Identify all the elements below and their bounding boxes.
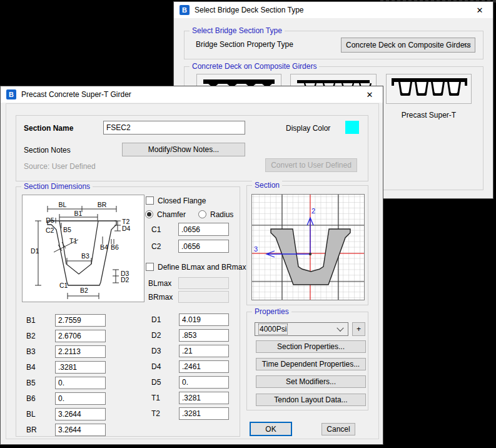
- app-icon: B: [6, 89, 16, 99]
- bridge-section-property-type-select[interactable]: Concrete Deck on Composite Girders: [341, 38, 475, 53]
- svg-text:2: 2: [311, 207, 315, 215]
- c1-label: C1: [151, 225, 161, 234]
- c2-input[interactable]: [178, 240, 229, 253]
- b3-input[interactable]: [55, 345, 106, 358]
- svg-text:B1: B1: [74, 210, 83, 217]
- chamfer-radio[interactable]: Chamfer: [145, 210, 186, 219]
- front-dialog-title: Precast Concrete Super-T Girder: [21, 90, 131, 99]
- group-label: Properties: [252, 307, 291, 317]
- section-properties-button[interactable]: Section Properties...: [256, 340, 366, 353]
- svg-text:D5: D5: [46, 216, 54, 224]
- cancel-button[interactable]: Cancel: [321, 423, 355, 435]
- bridge-section-property-type-label: Bridge Section Property Type: [196, 40, 293, 49]
- brmax-label: BRmax: [148, 293, 173, 302]
- tendon-layout-data-button[interactable]: Tendon Layout Data...: [256, 394, 366, 406]
- set-modifiers-button[interactable]: Set Modifiers...: [256, 375, 366, 388]
- properties-group: Properties 4000Psi + Section Properties.…: [246, 312, 368, 410]
- girder-type-precast-super-t-button[interactable]: [386, 74, 472, 104]
- ok-button[interactable]: OK: [250, 422, 292, 436]
- dimension-diagram-box: BL BR B1 D5 T2 D4 C2 B5 T1 D1 B3 B4 B6 D…: [22, 195, 144, 302]
- b6-input[interactable]: [55, 392, 106, 405]
- convert-to-user-defined-button[interactable]: Convert to User Defined: [265, 158, 357, 172]
- group-label: Section Dimensions: [21, 182, 93, 191]
- display-color-swatch[interactable]: [345, 121, 359, 134]
- close-icon[interactable]: ✕: [357, 86, 383, 103]
- precast-super-t-icon: [387, 74, 471, 103]
- group-label: Section: [252, 181, 282, 190]
- d1-label: D1: [151, 315, 161, 324]
- svg-text:B5: B5: [63, 226, 71, 233]
- b1-label: B1: [26, 316, 36, 325]
- section-preview-box: 2 3: [251, 194, 365, 300]
- svg-text:B6: B6: [111, 243, 119, 251]
- blmax-label: BLmax: [148, 279, 171, 288]
- t2-label: T2: [151, 409, 160, 418]
- svg-text:3: 3: [254, 245, 258, 253]
- material-select[interactable]: 4000Psi: [255, 322, 348, 336]
- back-dialog-titlebar: B Select Bridge Deck Section Type ✕: [174, 2, 493, 18]
- c1-input[interactable]: [178, 223, 229, 236]
- radius-radio[interactable]: Radius: [198, 210, 233, 219]
- define-blmax-brmax-checkbox[interactable]: Define BLmax and BRmax: [146, 263, 246, 272]
- brmax-input[interactable]: [178, 291, 229, 303]
- add-material-button[interactable]: +: [352, 322, 365, 336]
- svg-text:D4: D4: [122, 225, 131, 232]
- br-label: BR: [26, 425, 37, 434]
- selected-material: 4000Psi: [260, 325, 286, 333]
- b2-label: B2: [26, 332, 36, 340]
- section-notes-label: Section Notes: [24, 146, 71, 155]
- d3-input[interactable]: [179, 345, 229, 357]
- identification-group: Section Name Display Color Section Notes…: [16, 115, 368, 181]
- t1-input[interactable]: [179, 392, 229, 404]
- b4-input[interactable]: [55, 361, 106, 374]
- section-name-input[interactable]: [103, 121, 245, 135]
- time-dependent-properties-button[interactable]: Time Dependent Properties...: [256, 358, 366, 370]
- b4-label: B4: [26, 363, 36, 372]
- b5-input[interactable]: [55, 377, 106, 389]
- app-icon: B: [180, 5, 190, 15]
- svg-text:BL: BL: [59, 201, 67, 208]
- d4-input[interactable]: [179, 360, 229, 373]
- section-preview-group: Section: [246, 185, 368, 305]
- d4-label: D4: [151, 362, 161, 371]
- c2-label: C2: [151, 242, 161, 251]
- b1-input[interactable]: [55, 314, 106, 327]
- checkbox-icon: [146, 196, 154, 205]
- d2-input[interactable]: [179, 329, 229, 342]
- svg-text:T1: T1: [69, 237, 77, 245]
- radio-icon: [198, 210, 206, 218]
- b3-label: B3: [26, 347, 36, 356]
- t2-input[interactable]: [179, 407, 229, 420]
- svg-text:B3: B3: [81, 252, 89, 260]
- svg-text:D2: D2: [121, 276, 129, 283]
- section-dimensions-group: Section Dimensions: [16, 186, 240, 437]
- girder-dimension-diagram: BL BR B1 D5 T2 D4 C2 B5 T1 D1 B3 B4 B6 D…: [23, 195, 144, 302]
- svg-text:B2: B2: [80, 287, 88, 294]
- precast-super-t-caption: Precast Super-T: [386, 111, 472, 120]
- d5-input[interactable]: [179, 376, 229, 389]
- selected-property-type: Concrete Deck on Composite Girders: [346, 41, 470, 49]
- svg-text:C2: C2: [46, 227, 54, 234]
- desktop-background: B Select Bridge Deck Section Type ✕ Sele…: [0, 0, 496, 448]
- b5-label: B5: [26, 379, 36, 387]
- d3-label: D3: [151, 347, 161, 355]
- blmax-input[interactable]: [178, 277, 229, 289]
- modify-show-notes-button[interactable]: Modify/Show Notes...: [122, 143, 245, 156]
- display-color-label: Display Color: [286, 124, 330, 133]
- br-input[interactable]: [55, 424, 106, 436]
- svg-text:D1: D1: [31, 247, 39, 255]
- d2-label: D2: [151, 331, 161, 340]
- section-preview-plot: 2 3: [252, 195, 364, 300]
- group-label: Select Bridge Section Type: [190, 26, 285, 36]
- svg-text:C1: C1: [59, 282, 68, 289]
- bl-label: BL: [26, 410, 36, 419]
- svg-text:B4: B4: [100, 243, 108, 251]
- back-dialog-title: Select Bridge Deck Section Type: [195, 6, 304, 14]
- bl-input[interactable]: [55, 408, 106, 420]
- closed-flange-checkbox[interactable]: Closed Flange: [146, 196, 206, 205]
- b6-label: B6: [26, 394, 36, 403]
- close-icon[interactable]: ✕: [467, 2, 493, 18]
- select-bridge-section-type-group: Select Bridge Section Type Bridge Sectio…: [184, 31, 483, 59]
- d1-input[interactable]: [179, 313, 229, 326]
- b2-input[interactable]: [55, 330, 106, 342]
